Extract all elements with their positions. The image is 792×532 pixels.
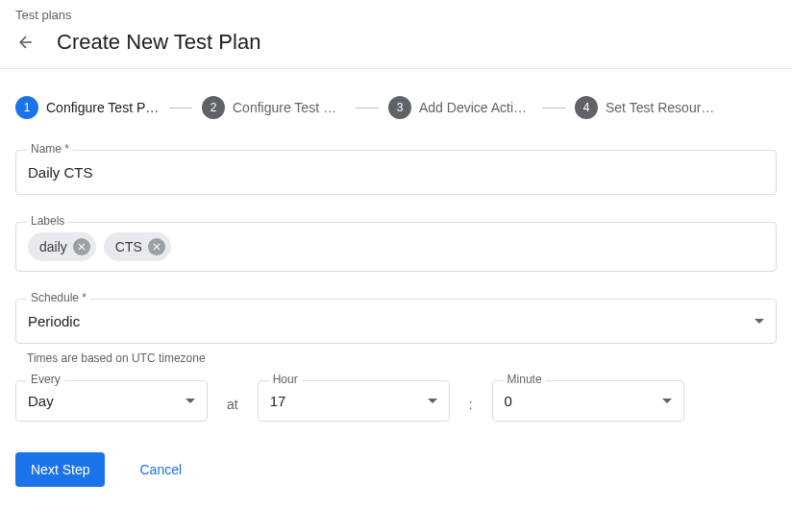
every-label: Every: [27, 373, 64, 386]
every-select[interactable]: Day: [15, 380, 208, 422]
hour-value: 17: [270, 393, 286, 409]
step-connector: [356, 108, 379, 109]
chevron-down-icon: [186, 399, 195, 403]
schedule-select[interactable]: Periodic: [15, 299, 777, 344]
hour-select[interactable]: 17: [258, 380, 450, 422]
labels-label: Labels: [27, 214, 68, 228]
step-3-circle: 3: [388, 96, 411, 119]
breadcrumb[interactable]: Test plans: [15, 8, 777, 22]
step-4-circle: 4: [575, 96, 598, 119]
step-connector: [542, 108, 565, 109]
step-1[interactable]: 1 Configure Test Pl…: [15, 96, 160, 119]
minute-label: Minute: [504, 373, 546, 386]
chevron-down-icon: [428, 399, 437, 403]
cancel-button[interactable]: Cancel: [139, 462, 182, 477]
minute-select[interactable]: 0: [492, 380, 684, 422]
back-button[interactable]: [14, 31, 37, 54]
stepper: 1 Configure Test Pl… 2 Configure Test Ru…: [15, 96, 777, 119]
close-icon: [151, 241, 162, 253]
schedule-value: Periodic: [28, 313, 80, 329]
schedule-label: Schedule *: [27, 291, 90, 304]
chip-remove-button[interactable]: [148, 238, 165, 255]
name-input[interactable]: [15, 150, 777, 195]
page-title: Create New Test Plan: [57, 30, 260, 55]
hour-label: Hour: [269, 373, 302, 386]
step-2-circle: 2: [202, 96, 225, 119]
colon-separator: :: [469, 391, 473, 412]
chip-cts: CTS: [104, 232, 171, 261]
chip-text: CTS: [115, 239, 142, 254]
step-4[interactable]: 4 Set Test Resourc…: [575, 96, 719, 119]
chip-remove-button[interactable]: [73, 238, 90, 255]
arrow-left-icon: [16, 33, 36, 52]
minute-value: 0: [505, 393, 512, 409]
name-label: Name *: [27, 142, 73, 156]
at-separator: at: [227, 391, 238, 412]
step-3-label: Add Device Actio…: [419, 100, 532, 115]
schedule-hint: Times are based on UTC timezone: [15, 351, 777, 365]
step-2-label: Configure Test Ru…: [233, 100, 346, 115]
step-2[interactable]: 2 Configure Test Ru…: [202, 96, 346, 119]
step-1-label: Configure Test Pl…: [46, 100, 160, 115]
every-value: Day: [28, 393, 54, 409]
step-3[interactable]: 3 Add Device Actio…: [388, 96, 532, 119]
chip-daily: daily: [28, 232, 96, 261]
chevron-down-icon: [662, 399, 672, 403]
close-icon: [76, 241, 87, 253]
step-4-label: Set Test Resourc…: [606, 100, 719, 115]
labels-input[interactable]: daily CTS: [15, 222, 777, 272]
step-connector: [169, 108, 192, 109]
chevron-down-icon: [755, 319, 764, 324]
next-step-button[interactable]: Next Step: [15, 452, 105, 487]
step-1-circle: 1: [15, 96, 38, 119]
chip-text: daily: [39, 239, 67, 254]
